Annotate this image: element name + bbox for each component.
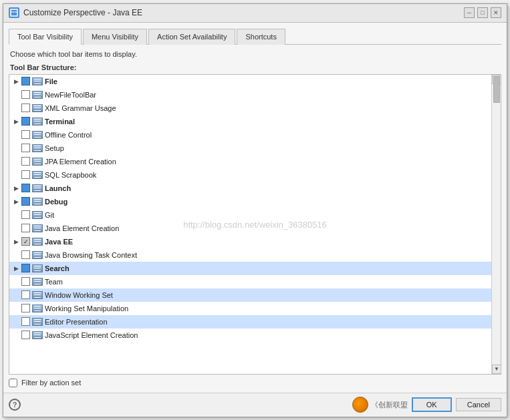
tree-item-file[interactable]: ▶File — [9, 75, 501, 88]
item-icon-search — [32, 264, 43, 272]
tree-item-offlinecontrol[interactable]: ▶Offline Control — [9, 128, 501, 142]
item-label-jpaelementcreation: JPA Element Creation — [45, 158, 116, 166]
ok-button[interactable]: OK — [412, 397, 452, 412]
expand-arrow-team[interactable]: ▶ — [12, 278, 20, 286]
minimize-button[interactable]: ─ — [464, 7, 475, 18]
checkbox-team[interactable] — [21, 277, 30, 286]
filter-row: Filter by action set — [9, 379, 81, 387]
tab-action-set-availability[interactable]: Action Set Availability — [148, 29, 235, 45]
expand-arrow-workingsetmanipulation[interactable]: ▶ — [12, 304, 20, 312]
tree-item-sqlscrapbook[interactable]: ▶SQL Scrapbook — [9, 168, 501, 182]
tab-shortcuts[interactable]: Shortcuts — [237, 29, 285, 45]
item-icon-sqlscrapbook — [32, 171, 43, 179]
scroll-down-button[interactable]: ▼ — [492, 365, 501, 374]
help-icon[interactable]: ? — [9, 399, 21, 411]
tree-item-xmlgrammar[interactable]: ▶XML Grammar Usage — [9, 101, 501, 115]
expand-arrow-javascriptelementcreation[interactable]: ▶ — [12, 331, 20, 339]
checkbox-xmlgrammar[interactable] — [21, 103, 30, 112]
tree-item-debug[interactable]: ▶Debug — [9, 195, 501, 208]
item-icon-javaelementcreation — [32, 224, 43, 232]
svg-rect-0 — [11, 9, 17, 16]
tree-item-launch[interactable]: ▶Launch — [9, 182, 501, 195]
checkbox-newfiletoolbar[interactable] — [21, 90, 30, 99]
checkbox-launch[interactable] — [21, 184, 30, 192]
tree-item-windowworkingset[interactable]: ▶Window Working Set — [9, 288, 501, 302]
title-bar-left: Customize Perspective - Java EE — [9, 7, 142, 18]
item-icon-workingsetmanipulation — [32, 304, 43, 312]
expand-arrow-offlinecontrol[interactable]: ▶ — [12, 131, 20, 139]
tab-bar: Tool Bar Visibility Menu Visibility Acti… — [9, 28, 501, 45]
tree-item-javabrowsingtaskcontext[interactable]: ▶Java Browsing Task Context — [9, 248, 501, 262]
tab-menu-visibility[interactable]: Menu Visibility — [83, 29, 147, 45]
tree-item-javaelementcreation[interactable]: ▶Java Element Creation — [9, 222, 501, 235]
item-icon-javascriptelementcreation — [32, 331, 43, 339]
expand-arrow-setup[interactable]: ▶ — [12, 144, 20, 152]
tab-toolbar-visibility[interactable]: Tool Bar Visibility — [9, 29, 82, 45]
checkbox-javaelementcreation[interactable] — [21, 224, 30, 232]
expand-arrow-file[interactable]: ▶ — [12, 77, 20, 85]
checkbox-file[interactable] — [21, 77, 30, 85]
expand-arrow-terminal[interactable]: ▶ — [12, 118, 20, 126]
filter-label: Filter by action set — [21, 379, 81, 387]
expand-arrow-newfiletoolbar[interactable]: ▶ — [12, 91, 20, 99]
action-buttons: 《创新联盟 OK Cancel — [352, 397, 501, 413]
checkbox-javaee[interactable] — [21, 237, 30, 246]
checkbox-editorpresentation[interactable] — [21, 317, 30, 326]
expand-arrow-sqlscrapbook[interactable]: ▶ — [12, 171, 20, 179]
filter-checkbox[interactable] — [9, 379, 17, 387]
expand-arrow-javaelementcreation[interactable]: ▶ — [12, 224, 20, 232]
tree-item-editorpresentation[interactable]: ▶Editor Presentation — [9, 315, 501, 329]
checkbox-offlinecontrol[interactable] — [21, 130, 30, 139]
item-icon-launch — [32, 184, 43, 192]
item-label-offlinecontrol: Offline Control — [45, 131, 92, 139]
expand-arrow-search[interactable]: ▶ — [12, 264, 20, 272]
expand-arrow-editorpresentation[interactable]: ▶ — [12, 318, 20, 326]
tree-item-setup[interactable]: ▶Setup — [9, 142, 501, 155]
scroll-thumb[interactable] — [493, 76, 500, 103]
expand-arrow-launch[interactable]: ▶ — [12, 184, 20, 192]
item-icon-newfiletoolbar — [32, 91, 43, 99]
expand-arrow-xmlgrammar[interactable]: ▶ — [12, 104, 20, 112]
tree-item-search[interactable]: ▶Search — [9, 262, 501, 275]
item-label-xmlgrammar: XML Grammar Usage — [45, 104, 116, 112]
cancel-button[interactable]: Cancel — [456, 398, 501, 411]
tree-item-team[interactable]: ▶Team — [9, 275, 501, 288]
checkbox-jpaelementcreation[interactable] — [21, 157, 30, 166]
expand-arrow-javabrowsingtaskcontext[interactable]: ▶ — [12, 251, 20, 259]
item-icon-javaee — [32, 238, 43, 246]
close-button[interactable]: ✕ — [491, 7, 501, 18]
expand-arrow-windowworkingset[interactable]: ▶ — [12, 291, 20, 299]
tree-item-newfiletoolbar[interactable]: ▶NewFileToolBar — [9, 88, 501, 101]
window-icon — [9, 7, 19, 18]
checkbox-search[interactable] — [21, 264, 30, 272]
checkbox-javascriptelementcreation[interactable] — [21, 331, 30, 339]
tree-item-git[interactable]: ▶Git — [9, 208, 501, 222]
item-icon-javabrowsingtaskcontext — [32, 251, 43, 259]
expand-arrow-jpaelementcreation[interactable]: ▶ — [12, 158, 20, 166]
checkbox-windowworkingset[interactable] — [21, 290, 30, 299]
item-icon-xmlgrammar — [32, 104, 43, 112]
tree-item-javaee[interactable]: ▶Java EE — [9, 235, 501, 248]
tree-item-javascriptelementcreation[interactable]: ▶JavaScript Element Creation — [9, 329, 501, 342]
expand-arrow-debug[interactable]: ▶ — [12, 198, 20, 206]
item-label-file: File — [45, 77, 57, 85]
checkbox-git[interactable] — [21, 210, 30, 219]
item-icon-debug — [32, 198, 43, 206]
item-label-newfiletoolbar: NewFileToolBar — [45, 91, 96, 99]
tree-item-workingsetmanipulation[interactable]: ▶Working Set Manipulation — [9, 302, 501, 315]
tree-item-jpaelementcreation[interactable]: ▶JPA Element Creation — [9, 155, 501, 168]
checkbox-terminal[interactable] — [21, 117, 30, 126]
checkbox-workingsetmanipulation[interactable] — [21, 304, 30, 312]
scrollbar[interactable]: ▲ ▼ — [491, 75, 501, 374]
item-label-windowworkingset: Window Working Set — [45, 291, 113, 299]
maximize-button[interactable]: □ — [477, 7, 488, 18]
tree-item-terminal[interactable]: ▶Terminal — [9, 115, 501, 128]
checkbox-debug[interactable] — [21, 197, 30, 206]
expand-arrow-javaee[interactable]: ▶ — [12, 238, 20, 246]
item-icon-terminal — [32, 118, 43, 126]
tool-bar-structure-tree[interactable]: http://blog.csdn.net/weixin_36380516 ▶Fi… — [9, 74, 501, 375]
expand-arrow-git[interactable]: ▶ — [12, 211, 20, 219]
checkbox-sqlscrapbook[interactable] — [21, 170, 30, 179]
checkbox-setup[interactable] — [21, 144, 30, 152]
checkbox-javabrowsingtaskcontext[interactable] — [21, 250, 30, 259]
